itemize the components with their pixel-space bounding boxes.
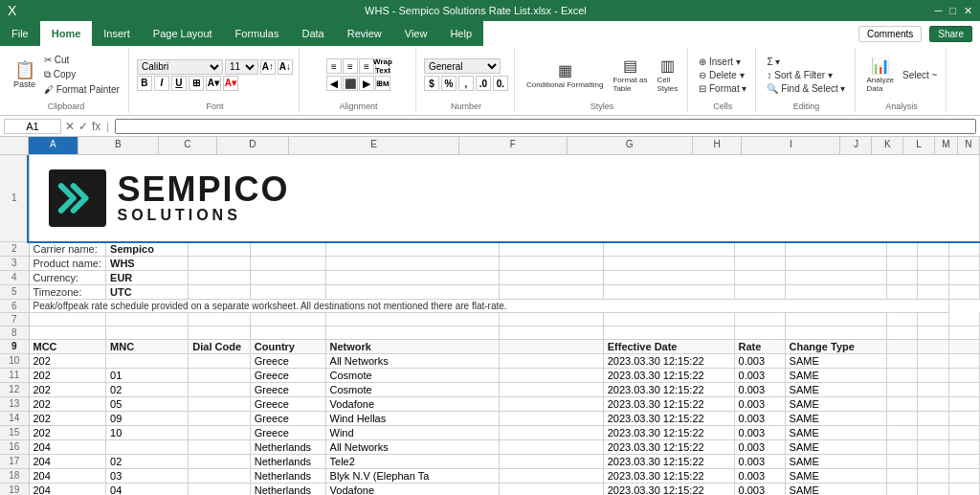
cell-a6[interactable]: Peak/offpeak rate schedule provided on a…: [29, 299, 948, 312]
col-header-c[interactable]: C: [159, 137, 217, 154]
col-header-l[interactable]: L: [903, 137, 935, 154]
cell-j3[interactable]: [887, 256, 918, 270]
logo-cell[interactable]: SEMPICO SOLUTIONS: [29, 155, 980, 241]
number-format-select[interactable]: General: [424, 58, 501, 74]
fill-color-button[interactable]: A▾: [206, 76, 221, 91]
cut-button[interactable]: ✂ Cut: [41, 54, 122, 66]
insert-function-icon[interactable]: fx: [92, 120, 100, 133]
increase-decimal-button[interactable]: .0: [476, 76, 491, 91]
cell-e4[interactable]: [325, 270, 500, 284]
cell-j5[interactable]: [887, 284, 918, 299]
cell-f3[interactable]: [500, 256, 603, 270]
cell-h2[interactable]: [734, 241, 785, 256]
align-center-button[interactable]: ⬛: [343, 76, 358, 91]
cell-j7[interactable]: [887, 312, 918, 326]
cell-k5[interactable]: [918, 284, 948, 299]
underline-button[interactable]: U: [171, 76, 187, 91]
delete-button[interactable]: ⊖ Delete ▾: [696, 69, 749, 81]
cell-j8[interactable]: [887, 326, 918, 339]
cell-i5[interactable]: [785, 284, 887, 299]
increase-font-button[interactable]: A↑: [260, 59, 276, 75]
cell-i7[interactable]: [785, 312, 887, 326]
col-header-i[interactable]: I: [742, 137, 840, 154]
col-header-b[interactable]: B: [78, 137, 159, 154]
sum-button[interactable]: Σ ▾: [764, 56, 848, 68]
cell-k8[interactable]: [918, 326, 948, 339]
col-header-e[interactable]: E: [289, 137, 459, 154]
cell-h9[interactable]: Rate: [734, 339, 785, 353]
italic-button[interactable]: I: [154, 76, 169, 91]
col-header-d[interactable]: D: [217, 137, 289, 154]
conditional-formatting-button[interactable]: ▦ Conditional Formatting: [523, 59, 607, 91]
cell-i2[interactable]: [785, 241, 887, 256]
cell-g8[interactable]: [603, 326, 734, 339]
cell-g7[interactable]: [603, 312, 734, 326]
cell-i4[interactable]: [785, 270, 887, 284]
tab-page-layout[interactable]: Page Layout: [142, 21, 224, 46]
cell-a2[interactable]: Carrier name:: [29, 241, 106, 256]
cell-e2[interactable]: [325, 241, 500, 256]
analyze-data-button[interactable]: 📊 AnalyzeData: [863, 55, 898, 95]
tab-review[interactable]: Review: [336, 21, 393, 46]
tab-help[interactable]: Help: [438, 21, 483, 46]
cell-k3[interactable]: [918, 256, 948, 270]
cell-b9[interactable]: MNC: [106, 339, 189, 353]
insert-button[interactable]: ⊕ Insert ▾: [696, 56, 749, 68]
cell-e8[interactable]: [325, 326, 500, 339]
cancel-formula-icon[interactable]: ✕: [65, 120, 75, 133]
col-header-m[interactable]: M: [935, 137, 957, 154]
cell-c3[interactable]: [189, 256, 250, 270]
cell-j9[interactable]: [887, 339, 918, 353]
cell-h7[interactable]: [734, 312, 785, 326]
cell-h3[interactable]: [734, 256, 785, 270]
cell-g4[interactable]: [603, 270, 734, 284]
merge-center-button[interactable]: ⊞M: [375, 76, 390, 91]
cell-e5[interactable]: [325, 284, 500, 299]
cell-c5[interactable]: [189, 284, 250, 299]
cell-styles-button[interactable]: ▥ CellStyles: [653, 55, 681, 95]
cell-c7[interactable]: [189, 312, 250, 326]
cell-c9[interactable]: Dial Code: [189, 339, 250, 353]
tab-data[interactable]: Data: [290, 21, 335, 46]
cell-e7[interactable]: [325, 312, 500, 326]
cell-f4[interactable]: [500, 270, 603, 284]
cell-l5[interactable]: [948, 284, 979, 299]
select-button[interactable]: Select ~: [900, 69, 940, 81]
col-header-k[interactable]: K: [872, 137, 903, 154]
cell-b4[interactable]: EUR: [106, 270, 189, 284]
tab-insert[interactable]: Insert: [92, 21, 142, 46]
cell-i9[interactable]: Change Type: [785, 339, 887, 353]
cell-e9[interactable]: Network: [325, 339, 500, 353]
cell-c8[interactable]: [189, 326, 250, 339]
cell-k2[interactable]: [918, 241, 948, 256]
cell-f9[interactable]: [500, 339, 603, 353]
align-top-right-button[interactable]: ≡: [359, 58, 374, 74]
cell-l8[interactable]: [948, 326, 979, 339]
cell-e3[interactable]: [325, 256, 500, 270]
tab-view[interactable]: View: [393, 21, 439, 46]
maximize-btn[interactable]: □: [949, 5, 956, 17]
cell-g2[interactable]: [603, 241, 734, 256]
cell-j2[interactable]: [887, 241, 918, 256]
tab-home[interactable]: Home: [40, 21, 93, 46]
cell-h8[interactable]: [734, 326, 785, 339]
cell-l4[interactable]: [948, 270, 979, 284]
cell-a7[interactable]: [29, 312, 106, 326]
align-top-left-button[interactable]: ≡: [326, 58, 342, 74]
font-name-select[interactable]: Calibri: [137, 59, 223, 75]
align-right-button[interactable]: ▶: [359, 76, 374, 91]
cell-b3[interactable]: WHS: [106, 256, 189, 270]
cell-k9[interactable]: [918, 339, 948, 353]
col-header-g[interactable]: G: [568, 137, 693, 154]
format-button[interactable]: ⊟ Format ▾: [696, 82, 749, 95]
decrease-decimal-button[interactable]: 0.: [493, 76, 508, 91]
format-painter-button[interactable]: 🖌 Format Painter: [41, 83, 122, 96]
col-header-n[interactable]: N: [958, 137, 980, 154]
paste-button[interactable]: 📋 Paste: [10, 59, 39, 91]
cell-a3[interactable]: Product name:: [29, 256, 106, 270]
find-select-button[interactable]: 🔍 Find & Select ▾: [764, 82, 848, 95]
formula-input[interactable]: [115, 119, 976, 134]
cell-i8[interactable]: [785, 326, 887, 339]
cell-h4[interactable]: [734, 270, 785, 284]
cell-l7[interactable]: [948, 312, 979, 326]
